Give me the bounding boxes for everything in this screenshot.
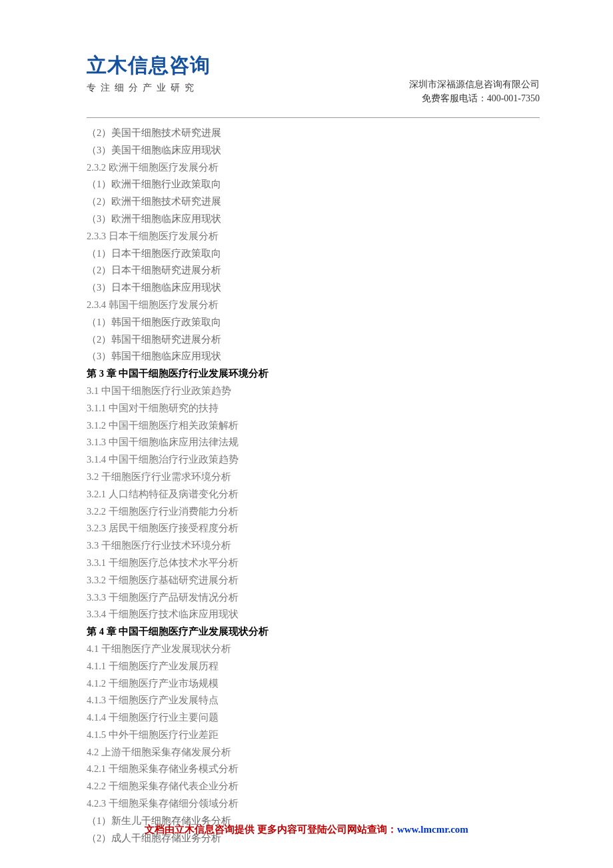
toc-entry: 2.3.2 欧洲干细胞医疗发展分析 xyxy=(87,159,540,177)
toc-entry: 4.2.3 干细胞采集存储细分领域分析 xyxy=(87,795,540,813)
logo-main-text: 立木信息咨询 xyxy=(87,52,211,79)
toc-entry: （3）日本干细胞临床应用现状 xyxy=(87,279,540,297)
toc-entry: 3.3.2 干细胞医疗基础研究进展分析 xyxy=(87,572,540,589)
toc-entry: 3.2 干细胞医疗行业需求环境分析 xyxy=(87,469,540,486)
toc-entry: 3.2.3 居民干细胞医疗接受程度分析 xyxy=(87,520,540,537)
logo-sub-text: 专注细分产业研究 xyxy=(87,82,211,94)
toc-entry: 2.3.4 韩国干细胞医疗发展分析 xyxy=(87,297,540,314)
company-phone: 免费客服电话：400-001-7350 xyxy=(409,91,540,105)
toc-entry: 3.1 中国干细胞医疗行业政策趋势 xyxy=(87,383,540,400)
toc-entry: 3.2.1 人口结构特征及病谱变化分析 xyxy=(87,486,540,503)
header-divider xyxy=(87,117,540,118)
toc-entry: 3.2.2 干细胞医疗行业消费能力分析 xyxy=(87,503,540,521)
page-footer: 文档由立木信息咨询提供 更多内容可登陆公司网站查询：www.lmcmr.com xyxy=(0,823,613,836)
toc-entry: 3.1.2 中国干细胞医疗相关政策解析 xyxy=(87,417,540,435)
toc-entry: 3.1.1 中国对干细胞研究的扶持 xyxy=(87,400,540,417)
toc-entry: 4.1 干细胞医疗产业发展现状分析 xyxy=(87,641,540,658)
document-page: 立木信息咨询 专注细分产业研究 深圳市深福源信息咨询有限公司 免费客服电话：40… xyxy=(0,0,613,868)
header-company-info: 深圳市深福源信息咨询有限公司 免费客服电话：400-001-7350 xyxy=(409,77,540,105)
toc-entry: 3.3 干细胞医疗行业技术环境分析 xyxy=(87,537,540,555)
toc-entry: 3.1.3 中国干细胞临床应用法律法规 xyxy=(87,434,540,451)
toc-entry: （3）韩国干细胞临床应用现状 xyxy=(87,348,540,365)
company-logo: 立木信息咨询 专注细分产业研究 xyxy=(87,52,211,94)
toc-entry: （3）欧洲干细胞临床应用现状 xyxy=(87,211,540,228)
toc-entry: （2）日本干细胞研究进展分析 xyxy=(87,262,540,279)
toc-entry: 3.1.4 中国干细胞治疗行业政策趋势 xyxy=(87,451,540,469)
toc-entry: 3.3.1 干细胞医疗总体技术水平分析 xyxy=(87,555,540,572)
page-header: 立木信息咨询 专注细分产业研究 深圳市深福源信息咨询有限公司 免费客服电话：40… xyxy=(87,52,540,105)
toc-entry: 4.1.1 干细胞医疗产业发展历程 xyxy=(87,658,540,675)
toc-entry: （1）韩国干细胞医疗政策取向 xyxy=(87,314,540,331)
toc-entry: 4.1.5 中外干细胞医疗行业差距 xyxy=(87,727,540,744)
toc-entry: 第 3 章 中国干细胞医疗行业发展环境分析 xyxy=(87,365,540,383)
toc-entry: 4.2.1 干细胞采集存储业务模式分析 xyxy=(87,761,540,778)
footer-link: www.lmcmr.com xyxy=(397,824,468,835)
toc-entry: 4.1.4 干细胞医疗行业主要问题 xyxy=(87,709,540,727)
toc-entry: 3.3.4 干细胞医疗技术临床应用现状 xyxy=(87,606,540,623)
phone-number: 400-001-7350 xyxy=(487,93,540,103)
toc-entry: 4.1.2 干细胞医疗产业市场规模 xyxy=(87,675,540,693)
toc-entry: 第 4 章 中国干细胞医疗产业发展现状分析 xyxy=(87,623,540,641)
company-name: 深圳市深福源信息咨询有限公司 xyxy=(409,77,540,91)
table-of-contents: （2）美国干细胞技术研究进展（3）美国干细胞临床应用现状2.3.2 欧洲干细胞医… xyxy=(87,125,540,847)
toc-entry: （2）美国干细胞技术研究进展 xyxy=(87,125,540,142)
toc-entry: 3.3.3 干细胞医疗产品研发情况分析 xyxy=(87,589,540,607)
phone-label: 免费客服电话： xyxy=(422,93,487,103)
footer-text: 文档由立木信息咨询提供 更多内容可登陆公司网站查询： xyxy=(145,824,397,835)
toc-entry: 4.2.2 干细胞采集存储代表企业分析 xyxy=(87,778,540,795)
toc-entry: （1）日本干细胞医疗政策取向 xyxy=(87,245,540,263)
toc-entry: （2）韩国干细胞研究进展分析 xyxy=(87,331,540,349)
toc-entry: 2.3.3 日本干细胞医疗发展分析 xyxy=(87,228,540,245)
toc-entry: （3）美国干细胞临床应用现状 xyxy=(87,142,540,159)
toc-entry: （2）欧洲干细胞技术研究进展 xyxy=(87,193,540,211)
toc-entry: （1）欧洲干细胞行业政策取向 xyxy=(87,176,540,193)
toc-entry: 4.2 上游干细胞采集存储发展分析 xyxy=(87,744,540,761)
toc-entry: 4.1.3 干细胞医疗产业发展特点 xyxy=(87,692,540,709)
